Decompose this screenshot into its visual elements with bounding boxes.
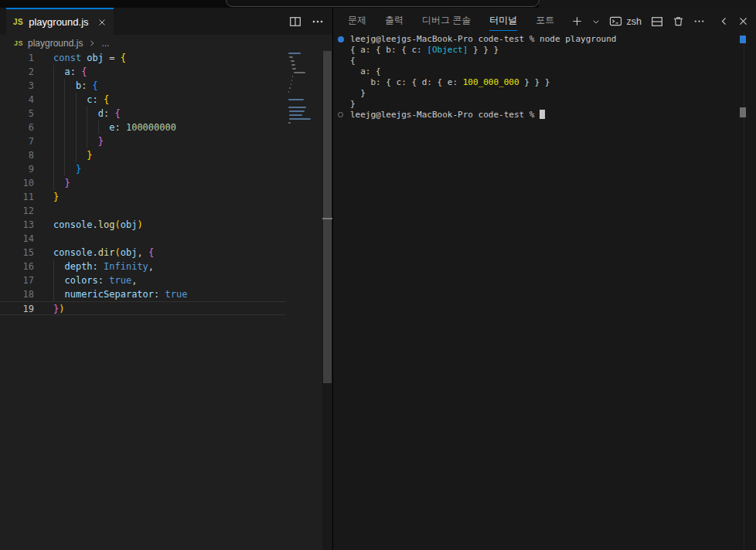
- command-prompt-icon[interactable]: [338, 112, 343, 117]
- breadcrumb-file[interactable]: playground.js: [28, 38, 83, 49]
- minimap-line: [289, 87, 290, 89]
- minimap-line: [289, 118, 311, 120]
- panel-tab[interactable]: 문제: [348, 12, 366, 31]
- terminal-line: leejg@leejgs-MacBook-Pro code-test % nod…: [350, 34, 741, 45]
- top-strip: [0, 0, 756, 8]
- code-line: 9 }: [0, 162, 322, 176]
- minimap-line: [292, 76, 293, 77]
- code-lines: 1const obj = {2 a: {3 b: {4 c: {5 d: {6 …: [0, 51, 333, 315]
- code-line: 8 }: [0, 148, 322, 162]
- split-terminal-icon[interactable]: [651, 15, 663, 28]
- chevron-left-icon[interactable]: [719, 16, 729, 26]
- code-line: 7 }: [0, 134, 322, 148]
- close-panel-icon[interactable]: [738, 16, 748, 26]
- terminal-line: leejg@leejgs-MacBook-Pro code-test %: [350, 110, 741, 121]
- terminal-toolbar: zsh: [571, 15, 748, 28]
- panel-tab[interactable]: 디버그 콘솔: [422, 12, 471, 31]
- tab-playground-js[interactable]: JS playground.js: [6, 8, 114, 35]
- code-line: 2 a: {: [0, 65, 322, 79]
- terminal-body[interactable]: leejg@leejgs-MacBook-Pro code-test % nod…: [350, 34, 741, 550]
- terminal-line: a: {: [350, 66, 741, 77]
- code-line: 13console.log(obj): [0, 218, 322, 232]
- breadcrumb[interactable]: JS playground.js ...: [0, 35, 333, 51]
- minimap-line: [292, 68, 296, 70]
- panel-tab[interactable]: 포트: [536, 12, 554, 31]
- minimap-line: [288, 91, 289, 93]
- minimap-line: [291, 83, 291, 85]
- editor-actions: [289, 8, 324, 35]
- terminal-line: { a: { b: { c: [Object] } } }: [350, 45, 741, 56]
- minimap-line: [288, 99, 304, 100]
- split-editor-icon[interactable]: [289, 15, 301, 28]
- launch-profile-chevron-icon[interactable]: [592, 18, 600, 25]
- code-line: 1const obj = {: [0, 51, 322, 65]
- code-line: 5 d: {: [0, 107, 322, 121]
- minimap-line: [288, 107, 306, 108]
- code-line: 12: [0, 204, 322, 218]
- minimap-line: [291, 80, 292, 81]
- editor-more-actions-icon[interactable]: [312, 15, 324, 28]
- background-window-shape: [226, 0, 540, 7]
- minimap-line: [291, 64, 295, 66]
- minimap-line: [289, 114, 301, 116]
- panel-tab[interactable]: 출력: [385, 12, 404, 31]
- editor-scrollbar-slider[interactable]: [323, 51, 332, 383]
- terminal-profile-icon[interactable]: [609, 15, 622, 27]
- terminal-command-mark: [740, 36, 746, 43]
- chevron-right-icon: [87, 39, 97, 48]
- new-terminal-icon[interactable]: [571, 15, 583, 27]
- code-line: 18 numericSeparator: true: [0, 287, 322, 301]
- javascript-file-icon: JS: [14, 39, 23, 47]
- terminal-cursor: [540, 110, 545, 119]
- editor-group: JS playground.js JS playground.js: [0, 8, 333, 550]
- kill-terminal-icon[interactable]: [673, 15, 684, 27]
- code-line: 10 }: [0, 176, 322, 190]
- command-executed-icon[interactable]: [338, 36, 344, 42]
- terminal-line: b: { c: { d: { e: 100_000_000 } } }: [350, 77, 741, 88]
- code-line: 15console.dir(obj, {: [0, 246, 322, 260]
- panel-header: 문제출력디버그 콘솔터미널포트 zsh: [333, 8, 756, 35]
- code-line: 4 c: {: [0, 93, 322, 107]
- code-editor[interactable]: 1const obj = {2 a: {3 b: {4 c: {5 d: {6 …: [0, 51, 333, 550]
- code-line: 17 colors: true,: [0, 273, 322, 287]
- code-line: 11}: [0, 190, 322, 204]
- minimap-line: [288, 122, 291, 124]
- code-line: 16 depth: Infinity,: [0, 260, 322, 273]
- top-strip-right: [539, 0, 756, 8]
- terminal-overview-ruler: [744, 32, 744, 550]
- tab-title: playground.js: [29, 16, 88, 28]
- minimap-line: [291, 60, 295, 62]
- javascript-file-icon: JS: [13, 18, 23, 26]
- terminal-line: }: [350, 88, 741, 99]
- minimap[interactable]: [286, 51, 322, 550]
- tab-close-icon[interactable]: [97, 18, 107, 27]
- terminal-profile-name[interactable]: zsh: [627, 16, 642, 27]
- minimap-line: [289, 110, 305, 112]
- panel: 문제출력디버그 콘솔터미널포트 zsh: [333, 8, 756, 550]
- overview-ruler-cursor-mark: [322, 218, 332, 219]
- terminal-lines: leejg@leejgs-MacBook-Pro code-test % nod…: [350, 34, 741, 121]
- minimap-line: [289, 56, 293, 58]
- panel-tabs: 문제출력디버그 콘솔터미널포트: [348, 12, 554, 31]
- minimap-line: [294, 72, 305, 73]
- minimap-line: [288, 53, 301, 54]
- code-line: 6 e: 100000000: [0, 121, 322, 134]
- panel-tab[interactable]: 터미널: [489, 12, 517, 31]
- terminal-line: {: [350, 56, 741, 66]
- more-actions-icon[interactable]: [693, 15, 705, 27]
- code-line: 14: [0, 232, 322, 246]
- terminal-prompt-mark: [740, 107, 746, 117]
- editor-tab-bar: JS playground.js: [0, 8, 333, 35]
- code-line: 19}): [0, 301, 322, 315]
- breadcrumb-symbol[interactable]: ...: [101, 38, 109, 49]
- code-line: 3 b: {: [0, 79, 322, 93]
- terminal-line: }: [350, 99, 741, 110]
- editor-scrollbar[interactable]: [322, 51, 332, 550]
- vscode-window: JS playground.js JS playground.js: [0, 0, 756, 550]
